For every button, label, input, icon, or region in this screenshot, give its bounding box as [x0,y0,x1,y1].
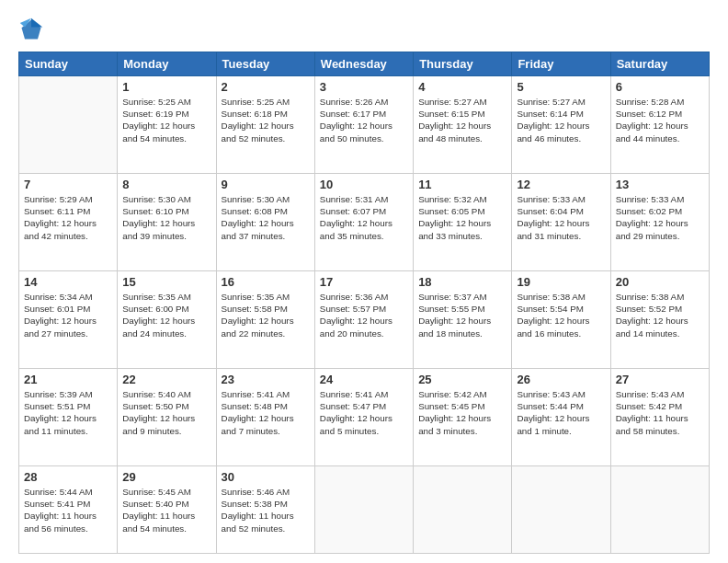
day-number: 7 [24,178,112,191]
cell-info: Sunrise: 5:35 AM Sunset: 6:00 PM Dayligh… [122,291,210,339]
calendar-cell [610,465,709,553]
day-number: 29 [122,470,210,484]
cell-info: Sunrise: 5:26 AM Sunset: 6:17 PM Dayligh… [320,96,408,144]
cell-info: Sunrise: 5:43 AM Sunset: 5:42 PM Dayligh… [616,388,704,437]
cell-info: Sunrise: 5:41 AM Sunset: 5:48 PM Dayligh… [222,388,310,437]
cell-info: Sunrise: 5:46 AM Sunset: 5:38 PM Dayligh… [222,486,310,534]
cell-info: Sunrise: 5:27 AM Sunset: 6:15 PM Dayligh… [418,96,506,144]
calendar-cell: 30Sunrise: 5:46 AM Sunset: 5:38 PM Dayli… [216,465,314,553]
cell-info: Sunrise: 5:28 AM Sunset: 6:12 PM Dayligh… [616,96,704,144]
week-row-1: 1Sunrise: 5:25 AM Sunset: 6:19 PM Daylig… [19,76,710,174]
cell-info: Sunrise: 5:40 AM Sunset: 5:50 PM Dayligh… [122,388,210,437]
day-number: 18 [418,275,506,289]
day-number: 20 [616,275,704,289]
cell-info: Sunrise: 5:25 AM Sunset: 6:19 PM Dayligh… [122,96,210,144]
cell-info: Sunrise: 5:45 AM Sunset: 5:40 PM Dayligh… [122,486,210,534]
week-row-5: 28Sunrise: 5:44 AM Sunset: 5:41 PM Dayli… [19,465,710,553]
calendar-cell: 9Sunrise: 5:30 AM Sunset: 6:08 PM Daylig… [216,173,314,270]
calendar-cell: 4Sunrise: 5:27 AM Sunset: 6:15 PM Daylig… [414,76,512,174]
weekday-header-monday: Monday [118,52,216,76]
calendar-cell: 27Sunrise: 5:43 AM Sunset: 5:42 PM Dayli… [610,368,709,465]
calendar-cell: 19Sunrise: 5:38 AM Sunset: 5:54 PM Dayli… [512,270,610,368]
cell-info: Sunrise: 5:39 AM Sunset: 5:51 PM Dayligh… [24,388,112,437]
logo-icon [18,17,44,42]
day-number: 26 [517,373,605,386]
cell-info: Sunrise: 5:34 AM Sunset: 6:01 PM Dayligh… [24,291,112,339]
calendar-cell: 11Sunrise: 5:32 AM Sunset: 6:05 PM Dayli… [414,173,512,270]
calendar-cell: 18Sunrise: 5:37 AM Sunset: 5:55 PM Dayli… [414,270,512,368]
calendar-cell: 7Sunrise: 5:29 AM Sunset: 6:11 PM Daylig… [19,173,118,270]
day-number: 6 [616,80,704,94]
calendar-cell [512,465,610,553]
day-number: 11 [418,178,506,191]
calendar-cell: 29Sunrise: 5:45 AM Sunset: 5:40 PM Dayli… [118,465,216,553]
calendar-cell: 26Sunrise: 5:43 AM Sunset: 5:44 PM Dayli… [512,368,610,465]
cell-info: Sunrise: 5:32 AM Sunset: 6:05 PM Dayligh… [418,193,506,242]
cell-info: Sunrise: 5:33 AM Sunset: 6:02 PM Dayligh… [616,193,704,242]
day-number: 24 [320,373,408,386]
day-number: 23 [222,373,310,386]
calendar-cell: 24Sunrise: 5:41 AM Sunset: 5:47 PM Dayli… [314,368,413,465]
week-row-2: 7Sunrise: 5:29 AM Sunset: 6:11 PM Daylig… [19,173,710,270]
weekday-header-wednesday: Wednesday [314,52,413,76]
day-number: 12 [517,178,605,191]
day-number: 13 [616,178,704,191]
calendar-cell: 17Sunrise: 5:36 AM Sunset: 5:57 PM Dayli… [314,270,413,368]
calendar-cell: 21Sunrise: 5:39 AM Sunset: 5:51 PM Dayli… [19,368,118,465]
day-number: 9 [222,178,310,191]
cell-info: Sunrise: 5:27 AM Sunset: 6:14 PM Dayligh… [517,96,605,144]
calendar-cell: 28Sunrise: 5:44 AM Sunset: 5:41 PM Dayli… [19,465,118,553]
day-number: 5 [517,80,605,94]
calendar-cell: 8Sunrise: 5:30 AM Sunset: 6:10 PM Daylig… [118,173,216,270]
cell-info: Sunrise: 5:29 AM Sunset: 6:11 PM Dayligh… [24,193,112,242]
cell-info: Sunrise: 5:44 AM Sunset: 5:41 PM Dayligh… [24,486,112,534]
calendar-cell: 13Sunrise: 5:33 AM Sunset: 6:02 PM Dayli… [610,173,709,270]
cell-info: Sunrise: 5:33 AM Sunset: 6:04 PM Dayligh… [517,193,605,242]
day-number: 19 [517,275,605,289]
day-number: 28 [24,470,112,484]
day-number: 8 [122,178,210,191]
header [18,17,710,42]
day-number: 10 [320,178,408,191]
calendar-cell [19,76,118,174]
cell-info: Sunrise: 5:30 AM Sunset: 6:10 PM Dayligh… [122,193,210,242]
day-number: 21 [24,373,112,386]
cell-info: Sunrise: 5:41 AM Sunset: 5:47 PM Dayligh… [320,388,408,437]
day-number: 25 [418,373,506,386]
weekday-header-thursday: Thursday [414,52,512,76]
weekday-header-saturday: Saturday [610,52,709,76]
calendar-cell: 5Sunrise: 5:27 AM Sunset: 6:14 PM Daylig… [512,76,610,174]
cell-info: Sunrise: 5:43 AM Sunset: 5:44 PM Dayligh… [517,388,605,437]
day-number: 30 [222,470,310,484]
day-number: 3 [320,80,408,94]
calendar-cell: 10Sunrise: 5:31 AM Sunset: 6:07 PM Dayli… [314,173,413,270]
calendar-cell: 14Sunrise: 5:34 AM Sunset: 6:01 PM Dayli… [19,270,118,368]
weekday-header-tuesday: Tuesday [216,52,314,76]
day-number: 22 [122,373,210,386]
calendar-cell: 1Sunrise: 5:25 AM Sunset: 6:19 PM Daylig… [118,76,216,174]
calendar-cell: 25Sunrise: 5:42 AM Sunset: 5:45 PM Dayli… [414,368,512,465]
day-number: 14 [24,275,112,289]
day-number: 17 [320,275,408,289]
day-number: 16 [222,275,310,289]
calendar-cell [314,465,413,553]
calendar-cell: 6Sunrise: 5:28 AM Sunset: 6:12 PM Daylig… [610,76,709,174]
calendar-table: SundayMondayTuesdayWednesdayThursdayFrid… [18,52,710,554]
page: SundayMondayTuesdayWednesdayThursdayFrid… [0,0,728,563]
calendar-cell: 23Sunrise: 5:41 AM Sunset: 5:48 PM Dayli… [216,368,314,465]
day-number: 2 [222,80,310,94]
cell-info: Sunrise: 5:31 AM Sunset: 6:07 PM Dayligh… [320,193,408,242]
day-number: 15 [122,275,210,289]
cell-info: Sunrise: 5:30 AM Sunset: 6:08 PM Dayligh… [222,193,310,242]
calendar-cell: 3Sunrise: 5:26 AM Sunset: 6:17 PM Daylig… [314,76,413,174]
cell-info: Sunrise: 5:37 AM Sunset: 5:55 PM Dayligh… [418,291,506,339]
weekday-header-row: SundayMondayTuesdayWednesdayThursdayFrid… [19,52,710,76]
weekday-header-friday: Friday [512,52,610,76]
calendar-cell: 15Sunrise: 5:35 AM Sunset: 6:00 PM Dayli… [118,270,216,368]
svg-marker-1 [31,18,42,28]
logo [18,17,46,42]
day-number: 4 [418,80,506,94]
calendar-cell: 2Sunrise: 5:25 AM Sunset: 6:18 PM Daylig… [216,76,314,174]
cell-info: Sunrise: 5:38 AM Sunset: 5:54 PM Dayligh… [517,291,605,339]
cell-info: Sunrise: 5:35 AM Sunset: 5:58 PM Dayligh… [222,291,310,339]
